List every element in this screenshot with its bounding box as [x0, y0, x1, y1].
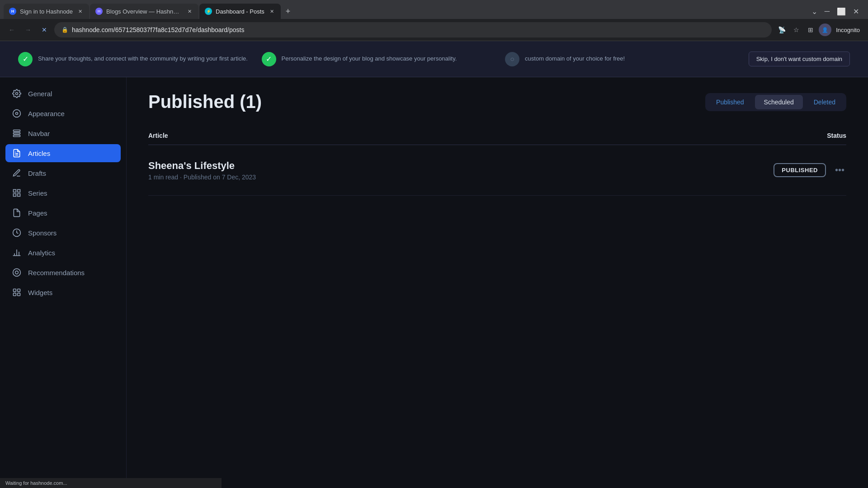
pages-icon	[12, 208, 22, 217]
svg-rect-3	[14, 130, 20, 131]
maximize-button[interactable]: ⬜	[835, 5, 848, 18]
window-controls: ⌄ ─ ⬜ ✕	[810, 5, 864, 18]
sidebar-label-drafts: Drafts	[28, 169, 46, 177]
top-banner: ✓ Share your thoughts, and connect with …	[0, 41, 868, 77]
sidebar-label-sponsors: Sponsors	[28, 229, 57, 237]
filter-tab-scheduled[interactable]: Scheduled	[755, 95, 803, 109]
sidebar-item-sponsors[interactable]: Sponsors	[5, 224, 121, 242]
sponsors-icon	[12, 228, 22, 237]
reload-button[interactable]: ✕	[38, 23, 51, 36]
window-dropdown-icon[interactable]: ⌄	[810, 5, 819, 18]
sidebar-label-appearance: Appearance	[28, 110, 65, 117]
svg-rect-9	[18, 190, 20, 192]
tab-close-2[interactable]: ✕	[186, 8, 193, 15]
sidebar-item-pages[interactable]: Pages	[5, 204, 121, 222]
article-title[interactable]: Sheena's Lifestyle	[148, 160, 565, 172]
navbar-icon	[12, 129, 22, 138]
svg-rect-20	[18, 289, 20, 292]
recommendations-icon	[12, 268, 22, 277]
general-icon	[12, 89, 22, 98]
status-cell-inner: PUBLISHED •••	[565, 154, 846, 186]
tab-close-3[interactable]: ✕	[268, 8, 275, 15]
svg-rect-8	[14, 190, 16, 192]
forward-button[interactable]: →	[22, 23, 34, 36]
address-bar-row: ← → ✕ 🔒 hashnode.com/6571258037f7fa8c152…	[0, 19, 868, 41]
analytics-icon	[12, 248, 22, 257]
svg-rect-21	[14, 293, 16, 296]
tab-blogs[interactable]: H Blogs Overview — Hashnode ✕	[90, 4, 198, 19]
articles-table: Article Status Sheena's Lifestyle 1 min …	[148, 127, 846, 196]
tab-label-2: Blogs Overview — Hashnode	[106, 8, 182, 15]
filter-tab-published[interactable]: Published	[707, 95, 753, 109]
table-row: Sheena's Lifestyle 1 min read · Publishe…	[148, 145, 846, 196]
article-cell: Sheena's Lifestyle 1 min read · Publishe…	[148, 145, 565, 196]
svg-rect-10	[14, 194, 16, 197]
sidebar-item-navbar[interactable]: Navbar	[5, 124, 121, 142]
minimize-button[interactable]: ─	[823, 5, 831, 17]
banner-text-3: custom domain of your choice for free!	[525, 55, 625, 63]
profile-button[interactable]: 👤	[819, 23, 831, 36]
banner-card-2: ✓ Personalize the design of your blog an…	[262, 52, 496, 66]
svg-rect-22	[18, 293, 20, 296]
new-tab-button[interactable]: +	[282, 5, 294, 18]
articles-icon	[12, 149, 22, 158]
address-text: hashnode.com/6571258037f7fa8c152d7d7e/da…	[72, 26, 764, 33]
svg-rect-19	[14, 289, 16, 292]
tab-dashboard-posts[interactable]: ⚡ Dashboard - Posts ✕	[199, 4, 281, 19]
back-button[interactable]: ←	[5, 23, 18, 36]
tab-bar: H Sign in to Hashnode ✕ H Blogs Overview…	[0, 0, 868, 19]
articles-tbody: Sheena's Lifestyle 1 min read · Publishe…	[148, 145, 846, 196]
series-icon	[12, 188, 22, 197]
bookmark-icon[interactable]: ☆	[790, 23, 802, 36]
sidebar-item-general[interactable]: General	[5, 84, 121, 103]
status-bar: Waiting for hashnode.com...	[0, 478, 222, 488]
sidebar-item-drafts[interactable]: Drafts	[5, 164, 121, 182]
status-cell: PUBLISHED •••	[565, 145, 846, 196]
sidebar-item-articles[interactable]: Articles	[5, 144, 121, 162]
browser-chrome: H Sign in to Hashnode ✕ H Blogs Overview…	[0, 0, 868, 41]
skip-domain-button[interactable]: Skip, I don't want custom domain	[749, 52, 850, 66]
svg-rect-5	[14, 135, 20, 136]
drafts-icon	[12, 169, 22, 178]
cast-icon[interactable]: 📡	[775, 23, 788, 36]
sidebar-item-series[interactable]: Series	[5, 184, 121, 202]
filter-tab-deleted[interactable]: Deleted	[805, 95, 844, 109]
col-article: Article	[148, 127, 565, 145]
sidebar-item-analytics[interactable]: Analytics	[5, 244, 121, 262]
tab-favicon-2: H	[95, 8, 103, 15]
table-header: Article Status	[148, 127, 846, 145]
tab-label-3: Dashboard - Posts	[216, 8, 264, 15]
sidebar-item-widgets[interactable]: Widgets	[5, 283, 121, 301]
main-layout: General Appearance Navbar	[0, 77, 868, 488]
banner-card-3: ○ custom domain of your choice for free!	[505, 52, 740, 66]
address-bar[interactable]: 🔒 hashnode.com/6571258037f7fa8c152d7d7e/…	[54, 22, 772, 38]
tab-favicon-3: ⚡	[205, 8, 212, 15]
sidebar-label-pages: Pages	[28, 209, 47, 217]
sidebar-label-articles: Articles	[28, 150, 50, 157]
page-content: ✓ Share your thoughts, and connect with …	[0, 41, 868, 488]
svg-point-18	[15, 271, 19, 274]
sidebar-label-navbar: Navbar	[28, 130, 50, 137]
status-text: Waiting for hashnode.com...	[5, 480, 67, 486]
browser-apps-icon[interactable]: ⊞	[804, 23, 817, 36]
close-button[interactable]: ✕	[851, 5, 861, 18]
posts-title: Published (1)	[148, 92, 262, 112]
circle-icon-3: ○	[505, 52, 519, 66]
tab-signin[interactable]: H Sign in to Hashnode ✕	[4, 4, 89, 19]
sidebar-item-recommendations[interactable]: Recommendations	[5, 263, 121, 282]
more-options-button[interactable]: •••	[833, 163, 846, 177]
check-icon-2: ✓	[262, 52, 276, 66]
col-status: Status	[565, 127, 846, 145]
sidebar-label-recommendations: Recommendations	[28, 269, 85, 277]
svg-rect-4	[14, 132, 20, 134]
banner-card-1: ✓ Share your thoughts, and connect with …	[18, 52, 253, 66]
sidebar-item-appearance[interactable]: Appearance	[5, 104, 121, 122]
lock-icon: 🔒	[61, 27, 68, 33]
tab-favicon-1: H	[9, 8, 16, 15]
address-actions: 📡 ☆ ⊞ 👤 Incognito	[775, 23, 863, 36]
tab-close-1[interactable]: ✕	[76, 8, 84, 15]
tab-label-1: Sign in to Hashnode	[20, 8, 73, 15]
banner-text-1: Share your thoughts, and connect with th…	[38, 55, 248, 63]
svg-point-1	[13, 110, 21, 117]
svg-point-17	[13, 269, 21, 277]
